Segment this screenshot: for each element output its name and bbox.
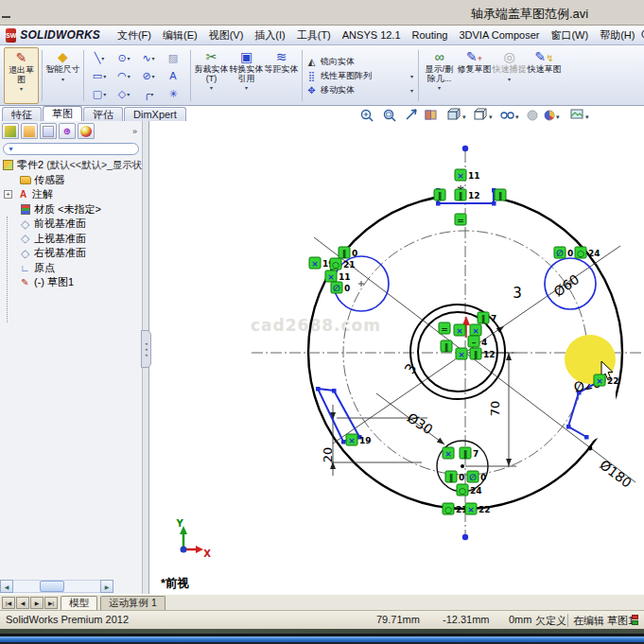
constraint-badge[interactable]: ‖12 [455,189,480,200]
dimension-label[interactable]: 3 [513,285,522,302]
view-orientation-icon[interactable]: ▾ [448,109,466,120]
dimension-label[interactable]: Y [175,518,183,529]
pattern-tool[interactable]: ▨ [161,49,185,67]
scrollbar-thumb[interactable] [40,581,64,592]
menu-help[interactable]: 帮助(H) [594,26,640,44]
constraint-badge[interactable]: ∅0 [467,471,486,482]
slot-tool[interactable]: ▢▾ [87,85,112,103]
tree-item-material[interactable]: 材质 <未指定> [0,202,142,218]
menu-insert[interactable]: 插入(I) [249,26,290,44]
constraint-badge[interactable]: ×19 [346,434,372,445]
constraint-badge[interactable]: ○24 [575,247,600,258]
menu-file[interactable]: 文件(F) [112,26,157,44]
tab-dimxpert[interactable]: DimXpert [124,107,186,121]
rectangle-tool[interactable]: ▭▾ [87,67,112,85]
constraint-badge[interactable]: × [443,447,454,459]
dimension-label[interactable]: 70 [488,401,502,417]
configuration-manager-tab[interactable] [40,123,57,139]
section-view-icon[interactable] [426,111,436,119]
constraint-badge[interactable]: ‖0 [339,247,357,258]
centerline-endpoint[interactable] [462,146,468,151]
tree-item-sketch1[interactable]: ✎ (-) 草图1 [0,275,142,290]
model-tab[interactable]: 模型 [61,596,97,610]
panel-collapse-handle[interactable]: ◂◂◂ [141,330,151,368]
constraint-badge[interactable]: × [456,348,467,359]
mirror-entities-button[interactable]: ◭ 镜向实体 [305,56,415,68]
constraint-badge[interactable]: = [439,322,450,334]
menu-view[interactable]: 视图(V) [203,26,250,44]
tab-sketch[interactable]: 草图 [43,106,82,121]
constraint-badge[interactable]: ‖7 [460,447,479,459]
convert-entities-button[interactable]: ▣ 转换实体引用 ▾ [229,47,264,104]
constraint-badge[interactable]: ‖ [441,340,452,352]
tree-item-top-plane[interactable]: ◇ 上视基准面 [0,232,142,247]
dimension-label[interactable]: X [203,548,211,559]
constraint-badge[interactable]: ×22 [594,374,619,386]
linear-pattern-button[interactable]: ⣿ 线性草图阵列 ▾ [305,70,415,82]
tree-item-front-plane[interactable]: ◇ 前视基准面 [0,217,142,232]
edit-appearance-icon[interactable]: ▾ [545,111,560,120]
exit-sketch-button[interactable]: ✎ 退出草图 ▾ [4,47,39,104]
dropdown-caret-icon[interactable]: ▾ [150,91,153,97]
constraint-badge[interactable]: ×11 [455,169,480,181]
menu-routing[interactable]: Routing [407,27,454,43]
display-style-icon[interactable]: ▾ [475,109,493,120]
exit-sketch-caret-icon[interactable]: ▾ [20,85,23,95]
ellipse-tool[interactable]: ⊘▾ [136,67,161,85]
dimension-label[interactable]: 20 [321,447,335,463]
constraint-badge[interactable]: ○21 [330,258,356,270]
constraint-badge[interactable]: = [455,214,466,225]
dimxpert-manager-tab[interactable]: ⊕ [59,123,76,139]
motion-study-tab[interactable]: 运动算例 1 [100,596,165,610]
display-delete-relations-button[interactable]: ∞ 显示/删除几... ▾ [422,47,457,104]
polygon-tool[interactable]: ◇▾ [112,85,136,103]
constraint-badge[interactable]: ○21 [443,503,468,514]
first-tab-icon[interactable]: |◀ [2,597,15,609]
panel-horizontal-scrollbar[interactable]: ◀ ▶ [0,580,113,593]
tree-item-right-plane[interactable]: ◇ 右视基准面 [0,246,142,261]
constraint-badge[interactable]: ‖ [434,189,445,200]
text-tool[interactable]: A [161,67,185,85]
appearances-tab[interactable] [78,123,95,139]
menu-edit[interactable]: 编辑(E) [157,26,203,44]
tab-features[interactable]: 特征 [2,107,42,121]
menu-ansys[interactable]: ANSYS 12.1 [337,27,407,43]
constraint-badge[interactable]: ○24 [457,484,482,496]
dimension-label[interactable]: Ø30 [405,409,436,437]
constraint-badge[interactable]: × [470,324,481,336]
constraint-badge[interactable]: –4 [468,336,487,347]
constraint-badge[interactable]: ‖12 [470,348,496,359]
constraint-badge[interactable]: ×22 [465,503,491,514]
menu-3dvia[interactable]: 3DVIA Composer [453,27,545,43]
last-tab-icon[interactable]: ▶| [44,597,58,609]
dropdown-caret-icon[interactable]: ▾ [103,73,106,79]
next-tab-icon[interactable]: ▶ [30,597,44,609]
zoom-area-icon[interactable] [385,111,396,122]
trim-entities-button[interactable]: ✂ 剪裁实体(T) ▾ [194,47,229,104]
zoom-fit-icon[interactable] [362,111,374,122]
move-entities-button[interactable]: ✥ 移动实体 ▾ [305,84,415,96]
constraint-badge[interactable]: ‖ [495,189,506,200]
spline-tool[interactable]: ∿▾ [136,49,161,67]
tree-item-annotations[interactable]: + A 注解 [0,187,142,202]
offset-entities-button[interactable]: ≋ 等距实体 [264,47,299,104]
fillet-tool[interactable]: ╭▾ [136,85,161,103]
property-manager-tab[interactable] [21,123,38,139]
rapid-sketch-button[interactable]: ✎↯ 快速草图 [527,47,562,104]
dropdown-caret-icon[interactable]: ▾ [103,91,106,97]
arc-tool[interactable]: ◠▾ [112,67,136,85]
dropdown-caret-icon[interactable]: ▾ [128,73,131,79]
constraint-badge[interactable]: ‖7 [478,312,496,323]
feature-manager-tab[interactable] [2,123,19,139]
scroll-right-icon[interactable]: ▶ [100,580,113,593]
tree-item-sensors[interactable]: 传感器 [0,173,142,188]
tree-root-part[interactable]: 零件2 (默认<<默认>_显示状态 [0,158,142,173]
repair-sketch-button[interactable]: ✎+ 修复草图 [457,47,492,104]
centerline-endpoint[interactable] [462,534,468,540]
tree-item-origin[interactable]: ∟ 原点 [0,261,142,276]
dropdown-caret-icon[interactable]: ▾ [152,73,155,79]
prev-tab-icon[interactable]: ◀ [16,597,29,609]
dropdown-caret-icon[interactable]: ▾ [152,55,155,61]
constraint-badge[interactable]: ×11 [325,270,351,282]
line-tool[interactable]: ╲▾ [87,49,112,67]
